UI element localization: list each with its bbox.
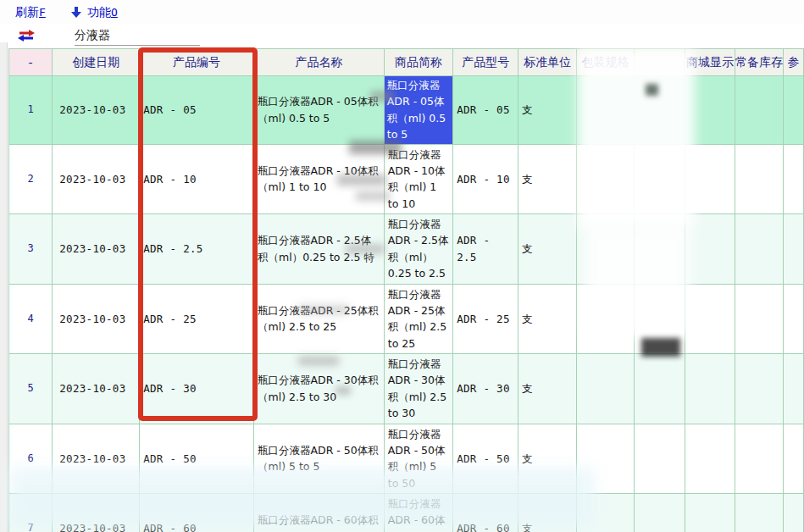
table-cell-date[interactable]: 2023-10-03 [53,214,140,285]
table-cell-date[interactable]: 2023-10-03 [53,494,140,532]
table-cell-name[interactable]: 瓶口分液器ADR - 50体积（ml) 5 to 5 [254,424,385,494]
table-cell-model[interactable]: ADR - 2.5 [453,214,518,285]
column-header-name[interactable]: 产品名称 [254,49,385,76]
table-cell-short_name[interactable]: 瓶口分液器ADR - 50体积（ml) 5 to 50 [384,424,452,494]
table-cell-name[interactable]: 瓶口分液器ADR - 2.5体积（ml）0.25 to 2.5 特 [254,214,385,285]
table-cell-num[interactable]: 4 [9,284,53,354]
table-cell-pack[interactable] [577,494,635,532]
search-input[interactable] [75,25,200,46]
table-cell-stock[interactable] [735,214,784,285]
table-cell-date[interactable]: 2023-10-03 [53,424,140,494]
table-cell-mall[interactable] [685,494,735,532]
column-header-blank[interactable] [635,49,685,76]
table-cell-pack[interactable] [577,424,635,494]
table-cell-date[interactable]: 2023-10-03 [53,284,140,354]
table-cell-unit[interactable]: 支 [518,284,577,354]
table-cell-num[interactable]: 2 [9,144,53,214]
table-cell-stock[interactable] [735,354,784,424]
table-cell-mall[interactable] [685,214,735,285]
table-cell-pack[interactable] [577,214,635,285]
table-cell-name[interactable]: 瓶口分液器ADR - 05体积（ml) 0.5 to 5 [254,76,385,145]
table-cell-partial[interactable] [784,494,804,532]
table-cell-short_name[interactable]: 瓶口分液器ADR - 25体积（ml) 2.5 to 25 [384,284,452,354]
table-cell-pack[interactable] [577,144,635,214]
table-cell-unit[interactable]: 支 [518,354,577,424]
table-cell-stock[interactable] [735,144,784,214]
table-cell-model[interactable]: ADR - 25 [453,284,518,354]
table-cell-model[interactable]: ADR - 05 [453,76,518,145]
table-cell-partial[interactable] [784,284,804,354]
table-cell-unit[interactable]: 支 [518,214,577,285]
column-header-stock[interactable]: 常备库存 [735,49,784,76]
column-header-mall[interactable]: 商城显示 [685,49,735,76]
table-cell-unit[interactable]: 支 [518,144,577,214]
table-cell-short_name[interactable]: 瓶口分液器ADR - 10体积（ml) 1 to 10 [384,144,452,214]
table-row[interactable]: 62023-10-03ADR - 50瓶口分液器ADR - 50体积（ml) 5… [9,424,804,494]
table-row[interactable]: 12023-10-03ADR - 05瓶口分液器ADR - 05体积（ml) 0… [9,76,804,145]
table-row[interactable]: 52023-10-03ADR - 30瓶口分液器ADR - 30体积（ml) 2… [9,354,804,424]
table-cell-stock[interactable] [735,284,784,354]
table-cell-short_name[interactable]: 瓶口分液器ADR - 05体积（ml) 0.5 to 5 [384,76,452,145]
table-cell-mall[interactable] [685,284,735,354]
table-cell-partial[interactable] [784,144,804,214]
table-cell-date[interactable]: 2023-10-03 [53,354,140,424]
table-cell-code[interactable]: ADR - 60 [140,494,254,532]
table-cell-blank[interactable] [635,494,685,532]
table-row[interactable]: 22023-10-03ADR - 10瓶口分液器ADR - 10体积（ml) 1… [9,144,804,214]
table-row[interactable]: 72023-10-03ADR - 60瓶口分液器ADR - 60体积（ml) 5… [9,494,804,532]
table-cell-name[interactable]: 瓶口分液器ADR - 30体积（ml) 2.5 to 30 [254,354,385,424]
table-cell-mall[interactable] [685,424,735,494]
table-cell-blank[interactable] [635,214,685,285]
table-cell-name[interactable]: 瓶口分液器ADR - 60体积（ml) 5 to 60 [254,494,385,532]
table-cell-date[interactable]: 2023-10-03 [53,76,140,145]
table-cell-short_name[interactable]: 瓶口分液器ADR - 30体积（ml) 2.5 to 30 [384,354,452,424]
column-header-partial[interactable]: 参 [784,49,804,76]
table-cell-num[interactable]: 6 [9,424,53,494]
table-cell-partial[interactable] [784,76,804,145]
table-cell-num[interactable]: 3 [9,214,53,285]
table-cell-blank[interactable] [635,144,685,214]
refresh-button[interactable]: 刷新F [15,5,46,20]
table-cell-name[interactable]: 瓶口分液器ADR - 10体积（ml) 1 to 10 [254,144,385,214]
column-header-num[interactable]: - [9,49,53,76]
table-cell-partial[interactable] [784,214,804,285]
table-cell-model[interactable]: ADR - 50 [453,424,518,494]
table-cell-model[interactable]: ADR - 60 [453,494,518,532]
column-header-model[interactable]: 产品型号 [453,49,518,76]
table-cell-num[interactable]: 1 [9,76,53,145]
column-header-pack[interactable]: 包装规格 [577,49,635,76]
table-cell-code[interactable]: ADR - 10 [140,144,254,214]
table-cell-partial[interactable] [784,424,804,494]
table-cell-stock[interactable] [735,76,784,145]
table-cell-pack[interactable] [577,284,635,354]
table-row[interactable]: 32023-10-03ADR - 2.5瓶口分液器ADR - 2.5体积（ml）… [9,214,804,285]
table-cell-unit[interactable]: 支 [518,76,577,145]
column-header-unit[interactable]: 标准单位 [518,49,577,76]
table-cell-pack[interactable] [577,76,635,145]
table-cell-code[interactable]: ADR - 30 [140,354,254,424]
table-cell-pack[interactable] [577,354,635,424]
table-cell-unit[interactable]: 支 [518,424,577,494]
column-header-date[interactable]: 创建日期 [53,49,140,76]
table-cell-blank[interactable] [635,284,685,354]
table-cell-code[interactable]: ADR - 25 [140,284,254,354]
table-cell-short_name[interactable]: 瓶口分液器ADR - 2.5体积（ml）0.25 to 2.5 [384,214,452,285]
table-cell-mall[interactable] [685,144,735,214]
table-cell-blank[interactable] [635,76,685,145]
table-cell-date[interactable]: 2023-10-03 [53,144,140,214]
table-cell-model[interactable]: ADR - 30 [453,354,518,424]
table-cell-stock[interactable] [735,494,784,532]
table-cell-blank[interactable] [635,354,685,424]
functions-button[interactable]: 功能O [87,5,118,20]
table-cell-code[interactable]: ADR - 2.5 [140,214,254,285]
column-header-code[interactable]: 产品编号 [140,49,254,76]
table-row[interactable]: 42023-10-03ADR - 25瓶口分液器ADR - 25体积（ml) 2… [9,284,804,354]
table-cell-mall[interactable] [685,76,735,145]
table-cell-code[interactable]: ADR - 50 [140,424,254,494]
table-cell-blank[interactable] [635,424,685,494]
table-cell-num[interactable]: 5 [9,354,53,424]
table-cell-stock[interactable] [735,424,784,494]
table-cell-code[interactable]: ADR - 05 [140,76,254,145]
table-cell-partial[interactable] [784,354,804,424]
dropdown-arrow-icon[interactable] [70,6,82,19]
